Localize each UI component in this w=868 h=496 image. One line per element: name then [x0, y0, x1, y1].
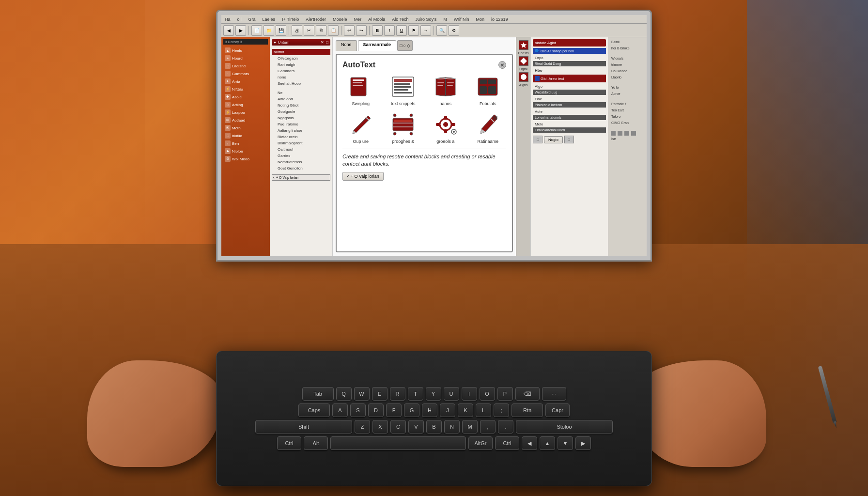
doc-item-0[interactable]: Olfetorgaon: [276, 55, 330, 62]
kb-key-l[interactable]: L: [476, 403, 491, 417]
doc-footer[interactable]: < + O Valp lorian: [272, 174, 330, 181]
dialog-footer-btn[interactable]: < + O Valp lorian: [342, 172, 384, 181]
menubar-item-m[interactable]: M: [442, 17, 449, 22]
rp-item-aole[interactable]: Aole: [533, 108, 606, 115]
kb-key-k[interactable]: K: [458, 403, 473, 417]
kb-key-semicolon[interactable]: ;: [494, 403, 509, 417]
doc-item-18[interactable]: Goet Genoilon: [276, 165, 330, 171]
icon-grid-template[interactable]: prooghes &: [385, 112, 422, 144]
icon-snippets[interactable]: Swepling: [342, 74, 379, 106]
kb-key-extra2[interactable]: Capr: [545, 403, 570, 417]
doc-item-6[interactable]: Ne: [276, 90, 330, 96]
doc-item-7[interactable]: Altralond: [276, 96, 330, 102]
doc-item-1[interactable]: Rari ealgh: [276, 62, 330, 68]
rp-item-lonv[interactable]: Lonvoinartalonols: [533, 115, 606, 120]
kb-key-y[interactable]: Y: [426, 387, 441, 401]
kb-key-shift-r[interactable]: Stoloo: [516, 420, 613, 434]
kb-key-q[interactable]: Q: [336, 387, 352, 401]
kb-key-ctrl-r[interactable]: Ctrl: [495, 436, 519, 450]
tab-none[interactable]: None: [336, 40, 357, 51]
kb-key-e[interactable]: E: [372, 387, 388, 401]
kb-key-i[interactable]: I: [462, 387, 477, 401]
kb-key-alt[interactable]: Alt: [304, 436, 328, 450]
doc-item-13[interactable]: Rletar orein: [276, 134, 330, 140]
sidebar-item-moth[interactable]: ✉ Moth: [223, 124, 268, 132]
menubar-item-moola[interactable]: Al Moola: [367, 17, 387, 22]
rp-item-molo[interactable]: Molo: [533, 121, 606, 127]
sidebar-item-asole[interactable]: ✚ Asole: [223, 93, 268, 101]
rp-item-wecaldold[interactable]: Wecaldold uug: [533, 90, 606, 95]
icon-text-snippets[interactable]: text snippets: [385, 74, 422, 106]
tb-btn-arrow[interactable]: →: [420, 25, 431, 36]
kb-key-o[interactable]: O: [480, 387, 495, 401]
kb-key-ctrl[interactable]: Ctrl: [277, 436, 301, 450]
rp-item-orpo[interactable]: Orpo: [533, 55, 606, 61]
rp-item-algo[interactable]: Algo: [533, 83, 606, 90]
tb-btn-copy[interactable]: ⧉: [316, 25, 326, 36]
tb-btn-italic[interactable]: I: [384, 25, 395, 36]
icon-pen[interactable]: Ratinaame: [470, 112, 507, 144]
kb-key-space[interactable]: [330, 436, 466, 450]
fr-grid-btn-3[interactable]: [624, 131, 629, 136]
tab-icon-2[interactable]: ○: [403, 43, 406, 48]
doc-item-14[interactable]: Blolrmalopront: [276, 140, 330, 146]
tab-sarreanrmale[interactable]: Sarreanrmale: [358, 40, 397, 51]
side-diamond-icon[interactable]: [519, 56, 528, 66]
menubar-item-methods[interactable]: Ale'tHoder: [304, 17, 327, 22]
side-circle-icon[interactable]: [519, 72, 528, 82]
sidebar-item-hourd[interactable]: + Hourd: [223, 54, 268, 62]
rp-footer-icon2[interactable]: □: [564, 136, 574, 143]
kb-key-s[interactable]: S: [350, 403, 366, 417]
kb-key-left[interactable]: ◀: [522, 436, 537, 450]
sidebar-item-arria[interactable]: ✦ Arria: [223, 78, 268, 85]
dialog-close-button[interactable]: ✕: [498, 61, 506, 69]
doc-item-10[interactable]: Ngogsols: [276, 115, 330, 121]
menubar-item-mooele[interactable]: Mooele: [331, 17, 349, 22]
doc-item-4[interactable]: Seel alt Hooo: [276, 80, 330, 87]
rp-footer-icon1[interactable]: □: [533, 136, 542, 143]
fr-grid-btn-2[interactable]: [618, 131, 622, 136]
kb-key-b[interactable]: B: [426, 420, 442, 434]
kb-key-w[interactable]: W: [354, 387, 370, 401]
doc-item-12[interactable]: Aaliang lrahoe: [276, 127, 330, 134]
rp-item-elrro[interactable]: Elrroiolartoloni loarri: [533, 127, 606, 133]
tb-btn-settings[interactable]: ⚙: [449, 25, 459, 36]
sidebar-item-laalsnd[interactable]: □ Laalsnd: [223, 62, 268, 70]
kb-key-altgr[interactable]: AltGr: [468, 436, 493, 450]
kb-key-a[interactable]: A: [332, 403, 348, 417]
kb-key-caps[interactable]: Caps: [298, 403, 330, 417]
icon-book[interactable]: narios: [427, 74, 464, 106]
icon-module[interactable]: Fobulats: [470, 74, 507, 106]
sidebar-item-niolon[interactable]: ▶ Niolon: [223, 147, 268, 155]
menubar-item-soys[interactable]: Juiro Soy's: [414, 17, 438, 22]
tab-icon-1[interactable]: □: [400, 43, 402, 48]
doc-item-9[interactable]: Goolgoole: [276, 108, 330, 115]
doc-expand-icon[interactable]: □: [326, 40, 328, 45]
rp-item-oac[interactable]: Oac: [533, 96, 606, 102]
kb-key-u[interactable]: U: [444, 387, 459, 401]
kb-key-right[interactable]: ▶: [575, 436, 591, 450]
tb-btn-paste[interactable]: 📋: [328, 25, 339, 36]
fr-grid-btn-4[interactable]: [631, 131, 636, 136]
doc-item-3[interactable]: none: [276, 74, 330, 80]
kb-key-period[interactable]: .: [498, 420, 513, 434]
tb-btn-redo[interactable]: ↪: [356, 25, 367, 36]
icon-pencil[interactable]: Oup ure: [342, 112, 379, 144]
menubar-item-mod-word[interactable]: Mon: [475, 17, 486, 22]
sidebar-item-ben[interactable]: › Ben: [223, 140, 268, 147]
rp-item-hbo[interactable]: Hbo: [533, 67, 606, 74]
sidebar-item-nltria[interactable]: ⚡ Nlfttria: [223, 85, 268, 93]
kb-key-m[interactable]: M: [462, 420, 478, 434]
tb-btn-zoom[interactable]: 🔍: [436, 25, 447, 36]
doc-item-borfild[interactable]: borfild: [272, 49, 330, 55]
rp-top-item[interactable]: oiatate Aglot: [533, 39, 606, 46]
kb-key-r[interactable]: R: [390, 387, 405, 401]
menubar-item-laeles[interactable]: Laeles: [261, 17, 277, 22]
kb-key-h[interactable]: H: [422, 403, 437, 417]
sidebar-item-blatlio[interactable]: □ blatlio: [223, 132, 268, 140]
tb-btn-back[interactable]: ◀: [223, 25, 234, 36]
sidebar-item-wolmooo[interactable]: ⚙ Wol Mooo: [223, 155, 268, 163]
kb-key-d[interactable]: D: [368, 403, 384, 417]
menubar-item-mer[interactable]: Mer: [353, 17, 363, 22]
tb-btn-forward[interactable]: ▶: [235, 25, 246, 36]
